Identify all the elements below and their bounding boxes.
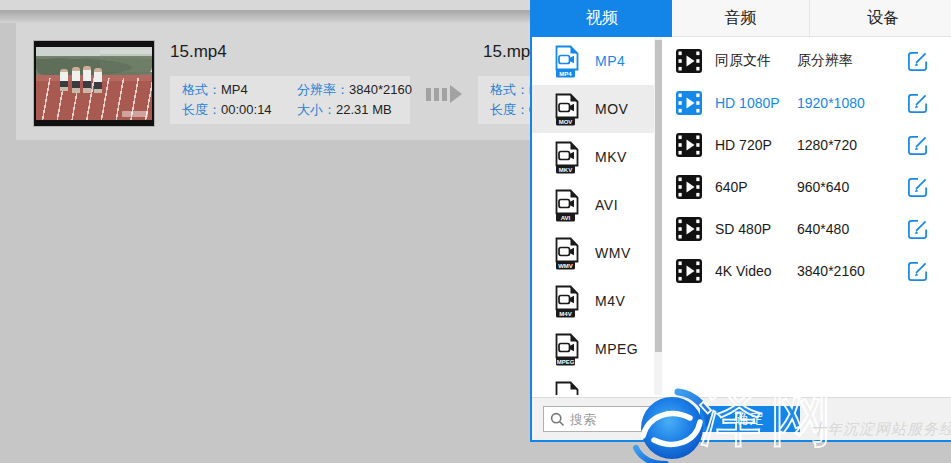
preset-resolution: 1920*1080 bbox=[797, 95, 907, 111]
preset-resolution: 640*480 bbox=[797, 221, 907, 237]
file-format-icon bbox=[554, 381, 580, 396]
edit-preset-button[interactable] bbox=[907, 93, 928, 114]
format-item-mov[interactable]: MOV MOV bbox=[532, 85, 654, 133]
format-popup: 视频 音频 设备 MP4 MP4 bbox=[530, 0, 951, 442]
filmstrip-icon bbox=[676, 259, 702, 283]
format-label: 格式： bbox=[490, 82, 529, 97]
format-item-mp4[interactable]: MP4 MP4 bbox=[532, 37, 654, 85]
filmstrip-icon bbox=[676, 49, 702, 73]
file-format-icon: MKV bbox=[554, 141, 580, 174]
format-label: AVI bbox=[595, 197, 618, 213]
preset-name: 4K Video bbox=[715, 263, 797, 279]
search-box[interactable] bbox=[543, 406, 671, 432]
tab-audio[interactable]: 音频 bbox=[672, 0, 810, 37]
size-value: 22.31 MB bbox=[336, 102, 392, 117]
source-file-title: 15.mp4 bbox=[170, 42, 227, 62]
preset-name: HD 1080P bbox=[715, 95, 797, 111]
svg-text:MPEG: MPEG bbox=[557, 358, 575, 364]
duration-label: 长度： bbox=[490, 102, 529, 117]
source-file-info: 格式：MP4分辨率：3840*2160 长度：00:00:14大小：22.31 … bbox=[170, 76, 410, 124]
edit-icon bbox=[907, 51, 928, 72]
edit-preset-button[interactable] bbox=[907, 261, 928, 282]
confirm-button[interactable]: 确定 bbox=[700, 406, 800, 432]
popup-tabs: 视频 音频 设备 bbox=[532, 0, 951, 37]
edit-preset-button[interactable] bbox=[907, 219, 928, 240]
format-label: MOV bbox=[595, 101, 628, 117]
edit-preset-button[interactable] bbox=[907, 177, 928, 198]
preset-row-hd1080p[interactable]: HD 1080P 1920*1080 bbox=[662, 82, 951, 124]
duration-label: 长度： bbox=[182, 102, 221, 117]
video-watermark bbox=[122, 111, 148, 117]
preset-name: 同原文件 bbox=[715, 52, 797, 70]
edit-icon bbox=[907, 135, 928, 156]
preset-row-sd480p[interactable]: SD 480P 640*480 bbox=[662, 208, 951, 250]
size-label: 大小： bbox=[297, 102, 336, 117]
search-icon bbox=[550, 412, 565, 427]
format-label: WMV bbox=[595, 245, 631, 261]
format-value: MP4 bbox=[221, 80, 283, 100]
edit-icon bbox=[907, 93, 928, 114]
svg-text:M4V: M4V bbox=[559, 310, 571, 316]
filmstrip-icon bbox=[676, 133, 702, 157]
format-label: MKV bbox=[595, 149, 627, 165]
format-list-scrollbar[interactable] bbox=[654, 37, 662, 395]
format-list: MP4 MP4 MOV MOV bbox=[532, 37, 654, 395]
preset-name: HD 720P bbox=[715, 137, 797, 153]
filmstrip-icon bbox=[676, 91, 702, 115]
svg-text:MP4: MP4 bbox=[559, 70, 572, 76]
preset-row-640p[interactable]: 640P 960*640 bbox=[662, 166, 951, 208]
source-info-row2: 长度：00:00:14大小：22.31 MB bbox=[182, 100, 398, 120]
svg-text:MOV: MOV bbox=[559, 118, 573, 124]
edit-icon bbox=[907, 177, 928, 198]
duration-value: 00:00:14 bbox=[221, 100, 283, 120]
svg-text:AVI: AVI bbox=[561, 214, 571, 220]
preset-resolution: 原分辨率 bbox=[797, 52, 907, 70]
app-window: 15.mp4 格式：MP4分辨率：3840*2160 长度：00:00:14大小… bbox=[0, 0, 951, 463]
source-info-row1: 格式：MP4分辨率：3840*2160 bbox=[182, 80, 398, 100]
search-input[interactable] bbox=[570, 408, 668, 430]
thumbnail-person bbox=[72, 67, 80, 93]
file-format-icon: MOV bbox=[554, 93, 580, 126]
edit-preset-button[interactable] bbox=[907, 51, 928, 72]
file-format-icon: AVI bbox=[554, 189, 580, 222]
file-format-icon: M4V bbox=[554, 285, 580, 318]
edit-preset-button[interactable] bbox=[907, 135, 928, 156]
preset-row-hd720p[interactable]: HD 720P 1280*720 bbox=[662, 124, 951, 166]
format-item-wmv[interactable]: WMV WMV bbox=[532, 229, 654, 277]
preset-resolution: 3840*2160 bbox=[797, 263, 907, 279]
file-format-icon: MPEG bbox=[554, 333, 580, 366]
tab-device[interactable]: 设备 bbox=[810, 0, 951, 37]
filmstrip-icon bbox=[676, 175, 702, 199]
format-label: MP4 bbox=[595, 53, 625, 69]
edit-icon bbox=[907, 261, 928, 282]
resolution-label: 分辨率： bbox=[297, 82, 349, 97]
svg-text:MKV: MKV bbox=[559, 166, 572, 172]
filmstrip-icon bbox=[676, 217, 702, 241]
preset-name: SD 480P bbox=[715, 221, 797, 237]
file-format-icon: WMV bbox=[554, 237, 580, 270]
popup-body: MP4 MP4 MOV MOV bbox=[532, 37, 951, 395]
thumbnail-person bbox=[94, 68, 102, 93]
resolution-value: 3840*2160 bbox=[349, 82, 412, 97]
format-label: M4V bbox=[595, 293, 625, 309]
format-item-mpeg[interactable]: MPEG MPEG bbox=[532, 325, 654, 373]
format-label: MPEG bbox=[595, 341, 638, 357]
popup-footer: 确定 bbox=[532, 397, 951, 440]
preset-row-original[interactable]: 同原文件 原分辨率 bbox=[662, 40, 951, 82]
tab-video[interactable]: 视频 bbox=[532, 0, 672, 37]
format-item-m4v[interactable]: M4V M4V bbox=[532, 277, 654, 325]
file-format-icon: MP4 bbox=[554, 45, 580, 78]
edit-icon bbox=[907, 219, 928, 240]
svg-text:WMV: WMV bbox=[558, 262, 573, 268]
format-item-avi[interactable]: AVI AVI bbox=[532, 181, 654, 229]
thumbnail-person bbox=[60, 69, 68, 91]
thumbnail-person bbox=[83, 66, 91, 93]
preset-resolution: 960*640 bbox=[797, 179, 907, 195]
video-thumbnail bbox=[33, 40, 155, 127]
format-item-partial[interactable] bbox=[532, 373, 654, 395]
format-label: 格式： bbox=[182, 82, 221, 97]
format-item-mkv[interactable]: MKV MKV bbox=[532, 133, 654, 181]
preset-row-4k[interactable]: 4K Video 3840*2160 bbox=[662, 250, 951, 292]
preset-name: 640P bbox=[715, 179, 797, 195]
video-frame bbox=[36, 47, 152, 120]
